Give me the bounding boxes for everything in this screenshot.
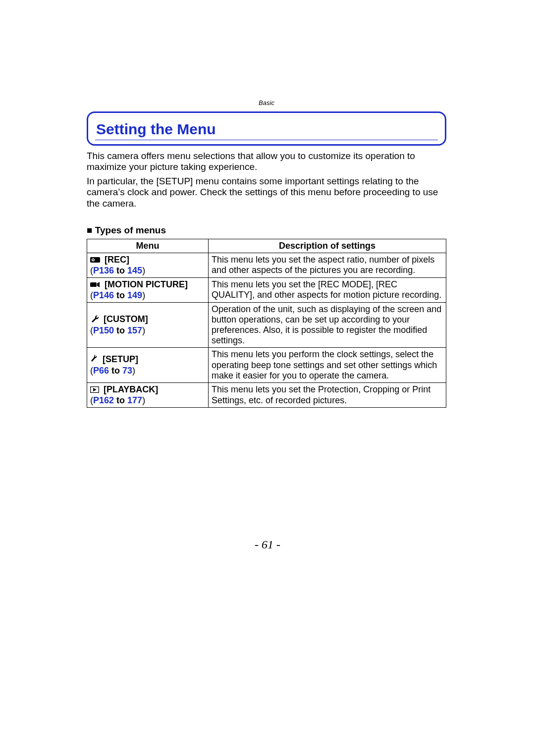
menu-name: [REC] xyxy=(105,255,129,265)
menu-table: Menu Description of settings [REC] xyxy=(87,239,446,408)
menu-description: This menu lets you perform the clock set… xyxy=(209,348,446,383)
page-to-word: to xyxy=(116,266,125,275)
page-link[interactable]: P146 xyxy=(93,290,114,300)
section-label: Basic xyxy=(87,99,446,111)
page-link[interactable]: 73 xyxy=(122,366,132,376)
menu-name: [SETUP] xyxy=(103,355,138,365)
page-to-word: to xyxy=(116,395,125,405)
svg-point-2 xyxy=(93,259,94,261)
page-start: (P162 xyxy=(90,395,114,405)
menu-name: [PLAYBACK] xyxy=(104,384,158,394)
spanner-icon xyxy=(90,354,98,366)
page-link[interactable]: P150 xyxy=(93,325,114,335)
menu-name: [MOTION PICTURE] xyxy=(105,279,188,289)
page-title: Setting the Menu xyxy=(95,118,438,140)
page-to-word: to xyxy=(111,366,120,376)
page-link[interactable]: 145 xyxy=(127,266,142,275)
table-row: [MOTION PICTURE] (P146 to 149) This menu… xyxy=(87,277,446,302)
page-link[interactable]: 149 xyxy=(127,290,142,300)
page-number: - 61 - xyxy=(0,538,535,551)
page-start: (P66 xyxy=(90,366,109,376)
menu-description: This menu lets you set the Protection, C… xyxy=(209,383,446,408)
page-start: (P136 xyxy=(90,266,114,275)
page-end: 177) xyxy=(127,395,145,405)
page-to-word: to xyxy=(116,290,125,300)
table-row: [CUSTOM] (P150 to 157) Operation of the … xyxy=(87,302,446,348)
col-header-description: Description of settings xyxy=(209,239,446,253)
video-icon xyxy=(90,280,100,290)
table-row: [REC] (P136 to 145) This menu lets you s… xyxy=(87,253,446,278)
page-end: 145) xyxy=(127,266,145,275)
menu-description: Operation of the unit, such as displayin… xyxy=(209,302,446,348)
page-link[interactable]: P136 xyxy=(93,266,114,275)
page-link[interactable]: P66 xyxy=(93,366,109,376)
page-end: 149) xyxy=(127,290,145,300)
page-end: 73) xyxy=(122,366,135,376)
page-link[interactable]: 157 xyxy=(127,325,142,335)
col-header-menu: Menu xyxy=(87,239,209,253)
title-box: Setting the Menu xyxy=(87,111,446,146)
page-link[interactable]: 177 xyxy=(127,395,142,405)
page-start: (P150 xyxy=(90,325,114,335)
camera-icon xyxy=(90,255,100,266)
page-to-word: to xyxy=(116,325,125,335)
playback-icon xyxy=(90,385,99,395)
page-start: (P146 xyxy=(90,290,114,300)
menu-name: [CUSTOM] xyxy=(104,314,148,324)
intro-paragraph-1: This camera offers menu selections that … xyxy=(87,151,446,173)
menu-description: This menu lets you set the aspect ratio,… xyxy=(209,253,446,278)
page-content: Basic Setting the Menu This camera offer… xyxy=(87,99,446,408)
types-of-menus-heading: Types of menus xyxy=(87,225,446,236)
table-row: [SETUP] (P66 to 73) This menu lets you p… xyxy=(87,348,446,383)
wrench-icon xyxy=(90,314,99,325)
intro-paragraph-2: In particular, the [SETUP] menu contains… xyxy=(87,176,446,209)
page-link[interactable]: P162 xyxy=(93,395,114,405)
svg-rect-3 xyxy=(90,282,97,287)
menu-description: This menu lets you set the [REC MODE], [… xyxy=(209,277,446,302)
page-end: 157) xyxy=(127,325,145,335)
table-row: [PLAYBACK] (P162 to 177) This menu lets … xyxy=(87,383,446,408)
